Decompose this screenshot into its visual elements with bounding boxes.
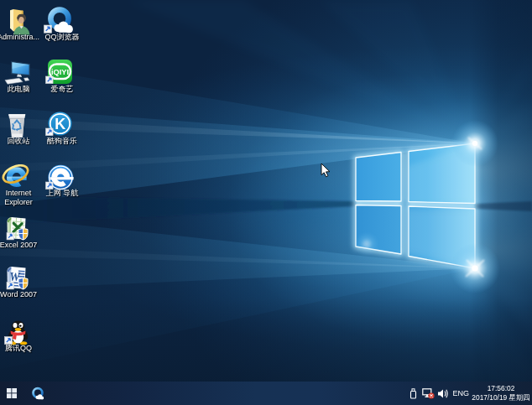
svg-text:K: K xyxy=(55,116,65,132)
svg-text:iQIYI: iQIYI xyxy=(51,68,69,76)
